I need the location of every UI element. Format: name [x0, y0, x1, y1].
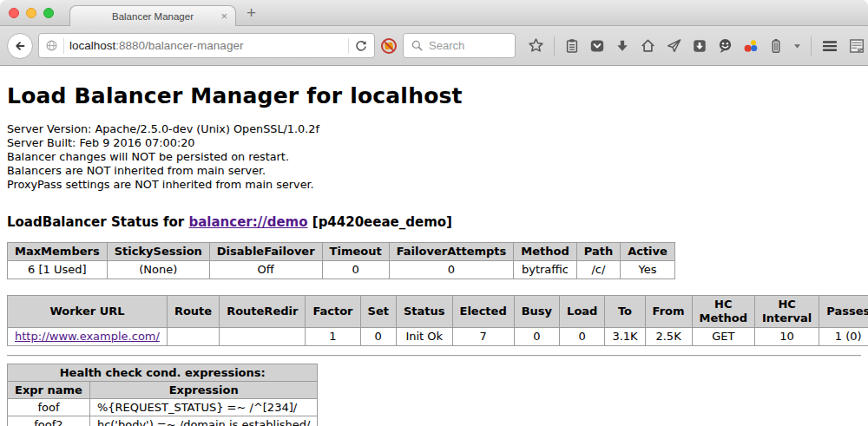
cell-load: 0: [560, 328, 605, 346]
inherit-note-line: Balancers are NOT inherited from main se…: [7, 164, 861, 178]
col-to: To: [605, 296, 645, 328]
urlbar-separator: [348, 38, 349, 54]
page-snapshot-icon[interactable]: [848, 37, 865, 55]
search-bar[interactable]: [403, 33, 516, 58]
table-row: 6 [1 Used] (None) Off 0 0 bytraffic /c/ …: [8, 261, 675, 279]
status-heading-suffix: [p4420eeae_demo]: [312, 214, 452, 230]
col-active: Active: [621, 243, 675, 261]
cell-set: 0: [360, 328, 396, 346]
cell-disablefailover: Off: [209, 261, 322, 279]
health-check-table: Health check cond. expressions: Expr nam…: [7, 364, 318, 426]
col-routeredir: RouteRedir: [220, 296, 306, 328]
table-header-row: Worker URL Route RouteRedir Factor Set S…: [8, 296, 868, 328]
col-disablefailover: DisableFailover: [209, 243, 322, 261]
cell-maxmembers: 6 [1 Used]: [8, 261, 108, 279]
urlbar-separator: [63, 38, 64, 54]
server-info: Server Version: Apache/2.5.0-dev (Unix) …: [7, 122, 861, 192]
url-host: localhost: [69, 39, 115, 52]
col-hc-interval: HC Interval: [754, 296, 819, 328]
dropdown-caret-icon[interactable]: [793, 43, 801, 49]
tab-balancer-manager[interactable]: Balancer Manager ×: [69, 5, 236, 26]
back-icon: [13, 39, 27, 53]
cell-route: [167, 328, 219, 346]
col-expression: Expression: [89, 382, 318, 399]
url-bar[interactable]: localhost:8880/balancer-manager: [38, 33, 375, 58]
url-path: :8880/balancer-manager: [115, 39, 243, 52]
col-load: Load: [560, 296, 605, 328]
worker-url-link[interactable]: http://www.example.com/: [15, 330, 160, 343]
page-title: Load Balancer Manager for localhost: [7, 83, 861, 109]
cell-passes: 1 (0): [819, 328, 868, 346]
menu-icon[interactable]: [821, 37, 838, 55]
balancer-status-table: MaxMembers StickySession DisableFailover…: [7, 242, 675, 279]
table-header-row: Expr name Expression: [8, 382, 318, 399]
col-status: Status: [396, 296, 452, 328]
tab-title: Balancer Manager: [112, 11, 194, 22]
cell-busy: 0: [514, 328, 559, 346]
cell-factor: 1: [306, 328, 360, 346]
cell-expression: hc('body') =~ /domain is established/: [89, 416, 318, 426]
chat-smiley-icon[interactable]: [717, 37, 733, 54]
col-failoverattempts: FailoverAttempts: [389, 243, 514, 261]
table-row: foof %{REQUEST_STATUS} =~ /^[234]/: [8, 399, 318, 416]
balancer-demo-link[interactable]: balancer://demo: [188, 214, 307, 230]
close-window-button[interactable]: [9, 8, 19, 18]
col-maxmembers: MaxMembers: [8, 243, 108, 261]
zoom-window-button[interactable]: [43, 8, 54, 18]
reload-icon[interactable]: [354, 39, 368, 53]
table-header-row: MaxMembers StickySession DisableFailover…: [8, 243, 675, 261]
search-icon: [411, 39, 424, 52]
table-title-row: Health check cond. expressions:: [8, 364, 318, 382]
back-button[interactable]: [7, 33, 33, 59]
col-route: Route: [167, 296, 219, 328]
status-heading-prefix: LoadBalancer Status for: [7, 214, 184, 230]
minimize-window-button[interactable]: [26, 8, 36, 18]
download-box-icon[interactable]: [692, 38, 707, 54]
globe-icon: [45, 39, 58, 52]
cell-timeout: 0: [322, 261, 389, 279]
browser-window: Balancer Manager × + localhost:8880/bala…: [0, 0, 868, 426]
worker-status-table: Worker URL Route RouteRedir Factor Set S…: [7, 295, 868, 346]
cell-to: 3.1K: [605, 328, 645, 346]
col-expr-name: Expr name: [8, 382, 90, 399]
bookmark-star-icon[interactable]: [528, 37, 544, 54]
server-version-line: Server Version: Apache/2.5.0-dev (Unix) …: [7, 122, 861, 136]
cell-expr-name: foof: [8, 399, 90, 416]
col-busy: Busy: [514, 296, 559, 328]
tab-close-icon[interactable]: ×: [220, 10, 227, 23]
col-passes: Passes: [819, 296, 868, 328]
cell-active: Yes: [621, 261, 675, 279]
downloads-arrow-icon[interactable]: [615, 38, 630, 54]
col-factor: Factor: [306, 296, 360, 328]
cell-expression: %{REQUEST_STATUS} =~ /^[234]/: [89, 399, 318, 416]
battery-icon[interactable]: [768, 38, 784, 54]
toolbar-separator: [554, 36, 555, 56]
col-hc-method: HC Method: [692, 296, 754, 328]
server-built-line: Server Built: Feb 9 2016 07:00:20: [7, 136, 861, 150]
cell-path: /c/: [576, 261, 620, 279]
flash-block-icon[interactable]: [380, 37, 398, 55]
cell-status: Init Ok: [396, 328, 452, 346]
color-dots-icon[interactable]: [743, 38, 759, 54]
page-content: Load Balancer Manager for localhost Serv…: [0, 83, 868, 426]
col-stickysession: StickySession: [107, 243, 209, 261]
cell-elected: 7: [452, 328, 514, 346]
reading-list-icon[interactable]: [564, 38, 580, 54]
cell-hc-interval: 10: [754, 328, 819, 346]
divider: [7, 355, 861, 357]
cell-expr-name: foof2: [8, 416, 90, 426]
home-icon[interactable]: [640, 37, 656, 54]
col-path: Path: [576, 243, 620, 261]
send-icon[interactable]: [666, 37, 682, 54]
pocket-icon[interactable]: [589, 38, 605, 54]
health-table-title: Health check cond. expressions:: [8, 364, 318, 382]
toolbar-separator: [811, 36, 812, 56]
col-elected: Elected: [452, 296, 514, 328]
col-timeout: Timeout: [322, 243, 389, 261]
search-input[interactable]: [429, 39, 507, 52]
proxypass-note-line: ProxyPass settings are NOT inherited fro…: [7, 178, 861, 192]
cell-hc-method: GET: [692, 328, 754, 346]
window-controls: [9, 8, 54, 18]
new-tab-button[interactable]: +: [247, 3, 256, 23]
cell-failoverattempts: 0: [389, 261, 514, 279]
